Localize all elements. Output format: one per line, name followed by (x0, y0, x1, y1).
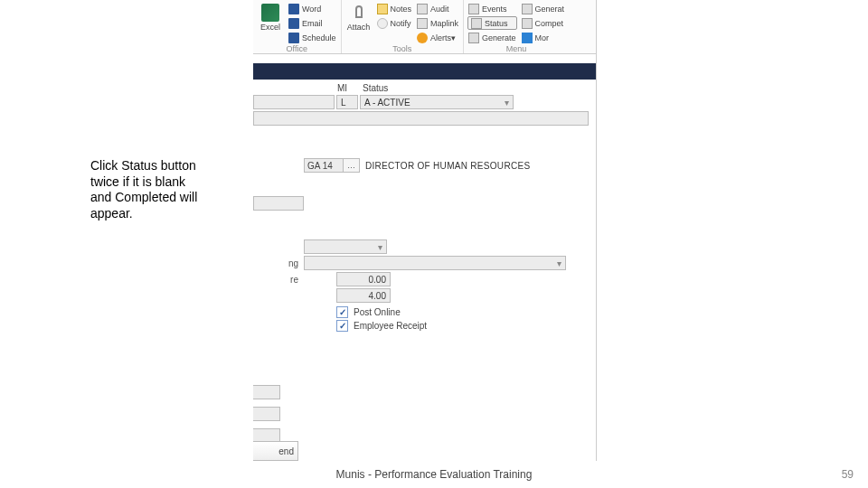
status-label: Status (485, 19, 508, 28)
events-button[interactable]: Events (467, 2, 517, 15)
stub-field-2[interactable] (253, 407, 280, 421)
generat-icon (522, 4, 533, 14)
generate-button[interactable]: Generate (467, 31, 517, 44)
title-bar (253, 63, 596, 80)
footer-page-number: 59 (842, 468, 854, 481)
numeric-field-2[interactable]: 4.00 (336, 288, 391, 303)
status-value: A - ACTIVE (361, 98, 500, 108)
schedule-label: Schedule (302, 33, 336, 42)
small-field-1[interactable] (253, 196, 304, 211)
notes-label: Notes (391, 5, 412, 14)
more-button[interactable]: Mor (521, 31, 566, 44)
generat-button[interactable]: Generat (521, 2, 566, 15)
more-icon (522, 33, 533, 43)
app-window: Excel Word Email Schedule (253, 0, 597, 461)
word-label: Word (302, 5, 321, 14)
generate-label: Generate (482, 33, 516, 42)
maplink-label: Maplink (430, 19, 458, 28)
status-button[interactable]: Status (467, 16, 517, 30)
audit-icon (417, 4, 428, 14)
audit-label: Audit (430, 5, 449, 14)
jobtitle-text: DIRECTOR OF HUMAN RESOURCES (365, 161, 530, 171)
maplink-button[interactable]: Maplink (416, 16, 459, 30)
jobcode-value: GA 14 (307, 161, 333, 171)
email-button[interactable]: Email (288, 16, 337, 30)
ribbon-group-menu: Events Status Generate (464, 0, 569, 53)
status-icon (471, 18, 482, 29)
attach-label: Attach (347, 23, 371, 32)
mi-field[interactable]: L (336, 95, 358, 109)
attach-icon (350, 4, 368, 22)
chevron-down-icon: ▾ (500, 96, 513, 108)
num2-value: 4.00 (369, 291, 386, 301)
ribbon-group-office: Excel Word Email Schedule (253, 0, 342, 53)
employee-receipt-label: Employee Receipt (354, 321, 427, 331)
compet-label: Compet (535, 19, 564, 28)
excel-icon (261, 4, 279, 22)
ribbon-group-office-label: Office (257, 44, 337, 54)
schedule-icon (288, 33, 299, 43)
jobcode-lookup-button[interactable]: … (344, 158, 360, 173)
post-online-checkbox[interactable]: ✓ (336, 306, 348, 318)
ribbon-group-tools-label: Tools (345, 44, 460, 54)
alerts-button[interactable]: Alerts▾ (416, 31, 459, 44)
post-online-label: Post Online (354, 307, 401, 317)
ribbon-group-menu-label: Menu (467, 44, 565, 54)
end-button[interactable]: end (253, 441, 298, 461)
excel-label: Excel (260, 23, 280, 32)
fullwidth-field-1[interactable] (253, 111, 589, 126)
trunc-label-3: re (253, 275, 304, 285)
mi-header-label: MI (337, 83, 355, 93)
generate-icon (468, 33, 479, 43)
generat-label: Generat (535, 5, 565, 14)
compet-icon (522, 18, 533, 29)
notes-button[interactable]: Notes (376, 2, 413, 15)
notify-icon (377, 18, 388, 29)
left-stubs (253, 378, 280, 443)
ribbon-group-tools: Attach Notes Notify (342, 0, 465, 53)
email-label: Email (302, 19, 323, 28)
ribbon: Excel Word Email Schedule (253, 0, 596, 54)
maplink-icon (417, 18, 428, 29)
mi-value: L (337, 98, 357, 108)
notes-icon (377, 4, 388, 14)
excel-button[interactable]: Excel (257, 2, 284, 44)
callout-text: Click Status button twice if it is blank… (90, 158, 203, 221)
jobcode-lookup[interactable]: GA 14 … (304, 158, 360, 173)
num1-value: 0.00 (369, 275, 386, 285)
employee-receipt-checkbox[interactable]: ✓ (336, 320, 348, 332)
status-dropdown[interactable]: A - ACTIVE ▾ (360, 95, 514, 109)
chevron-down-icon: ▾ (373, 240, 386, 253)
form-area: MI Status L A - ACTIVE ▾ GA 1 (253, 80, 596, 341)
word-icon (288, 4, 299, 14)
compet-button[interactable]: Compet (521, 16, 566, 30)
attach-button[interactable]: Attach (345, 2, 373, 44)
name-field-left[interactable] (253, 95, 335, 109)
trunc-label-2: ng (253, 258, 304, 268)
notify-label: Notify (391, 19, 411, 28)
schedule-button[interactable]: Schedule (288, 31, 337, 44)
dropdown-1[interactable]: ▾ (304, 239, 387, 254)
more-label: Mor (535, 33, 550, 42)
stub-field-1[interactable] (253, 385, 280, 399)
jobcode-field[interactable]: GA 14 (304, 158, 344, 173)
dropdown-2[interactable]: ▾ (304, 256, 566, 270)
email-icon (288, 18, 299, 29)
audit-button[interactable]: Audit (416, 2, 459, 15)
notify-button[interactable]: Notify (376, 16, 413, 30)
alerts-label: Alerts▾ (430, 33, 456, 42)
footer-title: Munis - Performance Evaluation Training (336, 468, 533, 481)
events-icon (468, 4, 479, 14)
status-header-label: Status (363, 83, 388, 93)
numeric-field-1[interactable]: 0.00 (336, 272, 391, 286)
end-button-label: end (278, 446, 294, 456)
alerts-icon (417, 33, 428, 43)
chevron-down-icon: ▾ (552, 257, 565, 269)
word-button[interactable]: Word (288, 2, 337, 15)
events-label: Events (482, 5, 507, 14)
